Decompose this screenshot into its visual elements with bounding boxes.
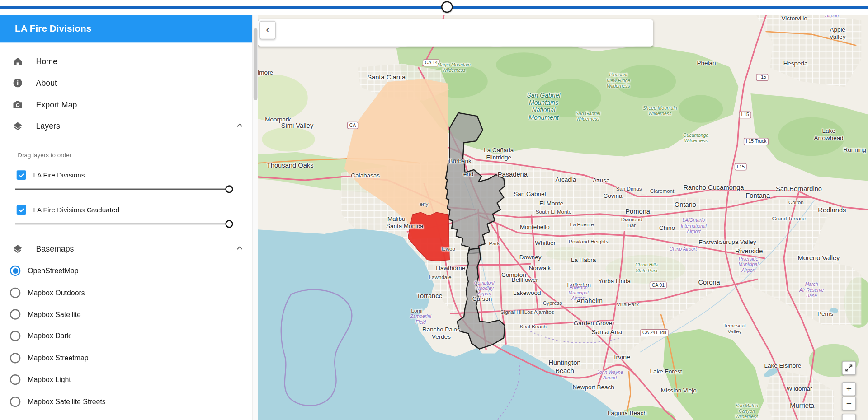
radio-unselected[interactable] <box>10 287 20 298</box>
swipe-slider-track[interactable] <box>0 6 868 9</box>
radio-unselected[interactable] <box>10 331 20 341</box>
layer-toggle-row: LA Fire Divisions <box>17 170 253 180</box>
slider-track <box>15 189 229 190</box>
layer-label: LA Fire Divisions Graduated <box>33 206 119 214</box>
basemap-label: Mapbox Satellite Streets <box>28 397 106 406</box>
app-root: LA Fire Divisions HomeAboutExport MapLay… <box>0 0 868 420</box>
layer-opacity-slider[interactable] <box>15 185 229 193</box>
map-canvas[interactable]: VictorvilleAirportApple ValleyHesperiaPh… <box>258 15 868 420</box>
sidebar-item-export[interactable]: Export Map <box>0 93 252 115</box>
radio-selected[interactable] <box>10 266 20 276</box>
radio-unselected[interactable] <box>10 396 20 406</box>
map-control-zoom-out[interactable]: − <box>842 397 856 411</box>
basemap-option[interactable]: Mapbox Satellite Streets <box>0 391 252 412</box>
menu-item-label: Export Map <box>36 100 77 109</box>
sidebar-menu: HomeAboutExport MapLayers <box>0 42 252 136</box>
basemap-option[interactable]: Mapbox Streetmap <box>0 347 252 369</box>
map-search-bar[interactable] <box>258 19 653 47</box>
layers-icon <box>12 120 23 131</box>
basemap-option[interactable]: Mapbox Dark <box>0 325 252 347</box>
map-control-zoom-in[interactable]: + <box>842 382 856 396</box>
basemap-option[interactable]: Mapbox Satellite <box>0 303 252 325</box>
layers-icon <box>12 243 23 254</box>
scrollbar-thumb[interactable] <box>254 28 258 100</box>
slider-handle[interactable] <box>225 220 233 228</box>
layer-opacity-slider[interactable] <box>15 220 229 228</box>
menu-item-label: Home <box>36 57 57 66</box>
layer-checkbox-checked[interactable] <box>17 170 26 180</box>
radio-unselected[interactable] <box>10 374 20 385</box>
basemap-label: Mapbox Satellite <box>28 310 81 318</box>
sidebar-collapse-button[interactable]: ‹ <box>259 21 276 39</box>
layer-label: LA Fire Divisions <box>33 171 85 179</box>
layers-hint: Drag layers to order <box>18 152 252 159</box>
menu-item-label: Layers <box>36 121 60 131</box>
slider-track <box>15 224 229 224</box>
basemap-label: Mapbox Streetmap <box>28 354 89 362</box>
layer-list: LA Fire DivisionsLA Fire Divisions Gradu… <box>0 170 252 228</box>
sidebar-item-layers[interactable]: Layers <box>0 115 252 137</box>
sidebar-scrollbar[interactable] <box>252 15 258 420</box>
basemaps-header[interactable]: Basemaps <box>0 238 252 260</box>
swipe-slider-handle[interactable] <box>441 1 453 13</box>
chevron-up-icon[interactable] <box>235 243 245 253</box>
radio-unselected[interactable] <box>10 353 20 363</box>
basemap-label: Mapbox Outdoors <box>28 289 85 297</box>
menu-item-label: About <box>36 78 57 87</box>
layer-checkbox-checked[interactable] <box>17 205 26 215</box>
slider-handle[interactable] <box>225 185 233 193</box>
basemap-option[interactable]: Mapbox Outdoors <box>0 282 252 303</box>
basemap-list: OpenStreetMapMapbox OutdoorsMapbox Satel… <box>0 260 252 413</box>
map-control-more[interactable] <box>842 414 856 420</box>
basemap-label: Mapbox Light <box>28 376 71 384</box>
map-control-fullscreen[interactable] <box>842 361 856 375</box>
camera-icon <box>12 99 23 110</box>
sidebar-item-home[interactable]: Home <box>0 50 252 72</box>
layer-toggle-row: LA Fire Divisions Graduated <box>17 205 253 215</box>
basemaps-label: Basemaps <box>36 244 74 253</box>
info-icon <box>12 77 23 88</box>
basemap-label: Mapbox Dark <box>28 332 71 340</box>
app-title: LA Fire Divisions <box>0 15 252 42</box>
swipe-slider[interactable] <box>0 0 868 15</box>
sidebar: LA Fire Divisions HomeAboutExport MapLay… <box>0 15 252 420</box>
basemap-option[interactable]: OpenStreetMap <box>0 260 252 282</box>
sidebar-item-about[interactable]: About <box>0 72 252 93</box>
map-base-art <box>258 15 868 420</box>
basemap-label: OpenStreetMap <box>28 266 78 275</box>
chevron-up-icon[interactable] <box>235 121 245 131</box>
basemap-option[interactable]: Mapbox Light <box>0 369 252 391</box>
radio-unselected[interactable] <box>10 309 20 319</box>
home-icon <box>12 56 23 66</box>
